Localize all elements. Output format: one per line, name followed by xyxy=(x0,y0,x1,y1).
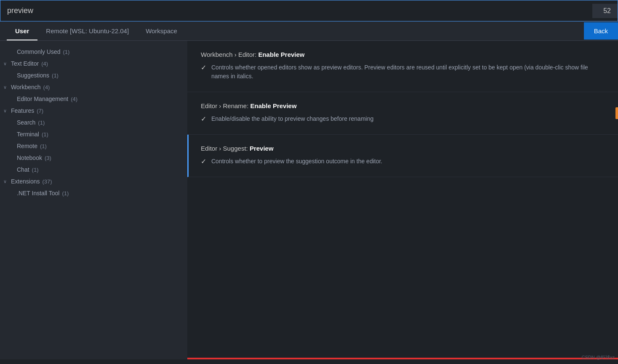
chevron-down-icon: ∨ xyxy=(3,61,7,66)
setting-title-bold: Preview xyxy=(250,145,274,152)
sidebar-item-count: (4) xyxy=(71,96,77,102)
sidebar-item-label: Commonly Used xyxy=(17,48,60,55)
sidebar-item-suggestions[interactable]: Suggestions (1) xyxy=(0,69,187,81)
tab-user[interactable]: User xyxy=(7,21,37,40)
setting-prefix: Editor › Rename: xyxy=(201,102,248,109)
sidebar-item-count: (1) xyxy=(62,190,69,197)
sidebar-item-commonly-used[interactable]: Commonly Used (1) xyxy=(0,46,187,58)
sidebar-item-dotnet-install[interactable]: .NET Install Tool (1) xyxy=(0,187,187,199)
sidebar-item-chat[interactable]: Chat (1) xyxy=(0,164,187,175)
setting-prefix: Workbench › Editor: xyxy=(201,51,256,58)
search-count: 52 xyxy=(592,4,618,18)
sidebar-item-label: Terminal xyxy=(17,131,39,138)
settings-panel: Workbench › Editor: Enable Preview ✓ Con… xyxy=(187,41,618,359)
scrollbar-indicator xyxy=(187,358,618,359)
chevron-down-icon: ∨ xyxy=(3,85,7,90)
setting-row: ✓ Enable/disable the ability to preview … xyxy=(201,114,605,123)
main-content: Commonly Used (1) ∨ Text Editor (4) Sugg… xyxy=(0,41,618,359)
setting-workbench-editor-enable-preview: Workbench › Editor: Enable Preview ✓ Con… xyxy=(187,41,618,92)
setting-description: Controls whether to preview the suggesti… xyxy=(211,157,382,166)
sidebar-item-label: Features xyxy=(11,107,34,114)
setting-row: ✓ Controls whether opened editors show a… xyxy=(201,63,605,81)
setting-title-bold: Enable Preview xyxy=(258,51,304,58)
watermark: CSDN @虾球xz xyxy=(582,354,615,361)
setting-title: Editor › Suggest: Preview xyxy=(201,145,605,152)
sidebar-item-label: Workbench xyxy=(11,84,41,90)
sidebar-item-label: Chat xyxy=(17,166,29,173)
setting-title-bold: Enable Preview xyxy=(250,102,297,109)
sidebar-item-count: (1) xyxy=(42,131,48,138)
setting-editor-suggest-preview: Editor › Suggest: Preview ✓ Controls whe… xyxy=(187,135,618,177)
setting-description: Controls whether opened editors show as … xyxy=(211,63,605,81)
sidebar-item-label: .NET Install Tool xyxy=(17,190,59,197)
sidebar-item-count: (37) xyxy=(42,178,52,185)
tabs-bar: User Remote [WSL: Ubuntu-22.04] Workspac… xyxy=(0,21,618,41)
sidebar-item-notebook[interactable]: Notebook (3) xyxy=(0,152,187,164)
sidebar-item-count: (3) xyxy=(45,155,51,161)
sidebar-item-label: Text Editor xyxy=(11,60,39,67)
sidebar-item-count: (4) xyxy=(41,61,48,67)
back-button[interactable]: Back xyxy=(584,22,618,40)
sidebar-item-workbench[interactable]: ∨ Workbench (4) xyxy=(0,81,187,93)
setting-prefix: Editor › Suggest: xyxy=(201,145,248,152)
setting-title: Workbench › Editor: Enable Preview xyxy=(201,51,605,58)
sidebar-item-text-editor[interactable]: ∨ Text Editor (4) xyxy=(0,58,187,69)
sidebar-item-count: (1) xyxy=(38,120,45,126)
setting-row: ✓ Controls whether to preview the sugges… xyxy=(201,157,605,166)
tab-workspace[interactable]: Workspace xyxy=(137,21,186,40)
tab-remote-wsl[interactable]: Remote [WSL: Ubuntu-22.04] xyxy=(37,21,137,40)
sidebar: Commonly Used (1) ∨ Text Editor (4) Sugg… xyxy=(0,41,187,359)
checkmark-icon: ✓ xyxy=(201,157,206,165)
setting-description: Enable/disable the ability to preview ch… xyxy=(211,114,373,123)
search-bar: preview 52 xyxy=(0,0,618,21)
sidebar-item-features[interactable]: ∨ Features (7) xyxy=(0,105,187,117)
chevron-down-icon: ∨ xyxy=(3,179,7,184)
sidebar-item-label: Remote xyxy=(17,143,37,149)
checkmark-icon: ✓ xyxy=(201,115,206,123)
sidebar-item-extensions[interactable]: ∨ Extensions (37) xyxy=(0,175,187,187)
sidebar-item-count: (1) xyxy=(40,143,47,149)
sidebar-item-terminal[interactable]: Terminal (1) xyxy=(0,128,187,140)
sidebar-item-remote[interactable]: Remote (1) xyxy=(0,140,187,152)
sidebar-item-label: Extensions xyxy=(11,178,40,185)
sidebar-item-search[interactable]: Search (1) xyxy=(0,117,187,128)
sidebar-item-count: (1) xyxy=(63,49,69,55)
modified-indicator xyxy=(615,107,618,119)
sidebar-item-label: Search xyxy=(17,119,35,126)
sidebar-item-label: Editor Management xyxy=(17,96,68,102)
search-input[interactable]: preview xyxy=(0,0,592,21)
setting-title: Editor › Rename: Enable Preview xyxy=(201,102,605,109)
sidebar-item-label: Notebook xyxy=(17,154,42,161)
sidebar-item-count: (7) xyxy=(37,108,43,114)
setting-editor-rename-enable-preview: Editor › Rename: Enable Preview ✓ Enable… xyxy=(187,92,618,135)
sidebar-item-label: Suggestions xyxy=(17,72,49,79)
sidebar-item-count: (4) xyxy=(43,84,50,90)
checkmark-icon: ✓ xyxy=(201,64,206,72)
sidebar-item-count: (1) xyxy=(52,72,59,79)
sidebar-item-count: (1) xyxy=(32,167,39,173)
chevron-down-icon: ∨ xyxy=(3,108,7,114)
sidebar-item-editor-management[interactable]: Editor Management (4) xyxy=(0,93,187,105)
